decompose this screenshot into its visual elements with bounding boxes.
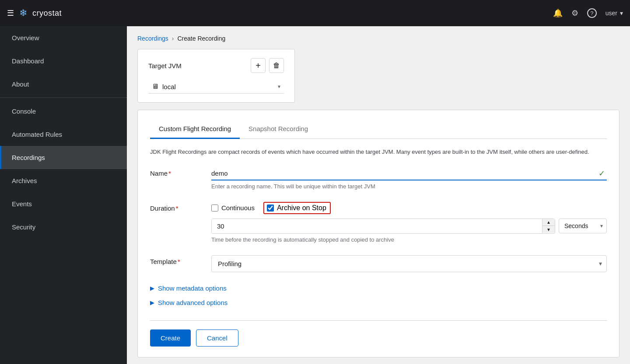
sidebar-item-overview[interactable]: Overview <box>0 26 127 49</box>
name-valid-icon: ✓ <box>598 169 605 178</box>
add-target-button[interactable]: + <box>251 58 266 73</box>
jvm-chevron-icon: ▾ <box>278 83 280 90</box>
sidebar-item-archives[interactable]: Archives <box>0 169 127 192</box>
gear-icon[interactable]: ⚙ <box>571 8 578 18</box>
metadata-chevron-icon: ▶ <box>150 285 154 291</box>
breadcrumb-current: Create Recording <box>178 35 226 42</box>
tab-snapshot-recording[interactable]: Snapshot Recording <box>240 121 317 139</box>
tab-custom-flight[interactable]: Custom Flight Recording <box>150 121 240 139</box>
username-label: user <box>606 10 617 17</box>
template-select-wrapper: Profiling Continuous Default ▾ <box>211 255 607 272</box>
breadcrumb-recordings-link[interactable]: Recordings <box>137 35 168 42</box>
continuous-label: Continuous <box>221 204 255 211</box>
show-metadata-options[interactable]: ▶ Show metadata options <box>150 284 607 292</box>
name-input[interactable] <box>211 167 607 180</box>
duration-spinners: ▲ ▼ <box>542 219 555 233</box>
continuous-checkbox[interactable] <box>211 205 218 211</box>
template-label: Template* <box>150 255 211 265</box>
brand-name: cryostat <box>32 9 62 18</box>
target-jvm-actions: + 🗑 <box>251 58 284 73</box>
main-layout: Overview Dashboard About Console Automat… <box>0 26 630 364</box>
duration-required-star: * <box>176 205 178 212</box>
delete-target-button[interactable]: 🗑 <box>269 58 284 73</box>
archive-on-stop-checkbox[interactable] <box>267 205 274 211</box>
cancel-button[interactable]: Cancel <box>196 329 238 347</box>
name-required-star: * <box>168 170 171 177</box>
recording-tabs: Custom Flight Recording Snapshot Recordi… <box>150 121 607 139</box>
continuous-checkbox-label[interactable]: Continuous <box>211 204 255 211</box>
navbar-right: 🔔 ⚙ ? user ▾ <box>553 8 623 18</box>
form-actions: Create Cancel <box>150 320 607 347</box>
duration-checkboxes: Continuous Archive on Stop <box>211 202 607 214</box>
sidebar-item-events[interactable]: Events <box>0 192 127 215</box>
top-navbar: ☰ ❄ cryostat 🔔 ⚙ ? user ▾ <box>0 0 630 26</box>
sidebar: Overview Dashboard About Console Automat… <box>0 26 127 364</box>
unit-select-wrapper: Seconds Minutes Hours ▾ <box>559 218 607 233</box>
sidebar-item-console[interactable]: Console <box>0 100 127 123</box>
hamburger-icon[interactable]: ☰ <box>7 8 14 18</box>
sidebar-divider-1 <box>0 97 127 98</box>
breadcrumb-separator: › <box>172 35 174 42</box>
form-description: JDK Flight Recordings are compact record… <box>150 148 607 156</box>
duration-increment-button[interactable]: ▲ <box>542 219 555 226</box>
archive-on-stop-label: Archive on Stop <box>277 204 326 212</box>
target-jvm-header: Target JVM + 🗑 <box>148 58 284 73</box>
duration-input[interactable] <box>212 219 542 233</box>
sidebar-item-about[interactable]: About <box>0 73 127 96</box>
target-jvm-label: Target JVM <box>148 62 182 69</box>
metadata-option-label: Show metadata options <box>158 284 227 292</box>
advanced-chevron-icon: ▶ <box>150 299 154 306</box>
help-icon[interactable]: ? <box>587 8 597 18</box>
sidebar-item-automated-rules[interactable]: Automated Rules <box>0 123 127 146</box>
name-field-content: ✓ Enter a recording name. This will be u… <box>211 167 607 190</box>
duration-decrement-button[interactable]: ▼ <box>542 226 555 233</box>
template-select[interactable]: Profiling Continuous Default <box>212 256 606 272</box>
template-field-content: Profiling Continuous Default ▾ <box>211 255 607 272</box>
bell-icon[interactable]: 🔔 <box>553 8 563 18</box>
name-label: Name* <box>150 167 211 177</box>
sidebar-item-security[interactable]: Security <box>0 215 127 239</box>
sidebar-item-recordings[interactable]: Recordings <box>0 146 127 169</box>
duration-field: Duration* Continuous Archive on Stop <box>150 202 607 243</box>
user-chevron-icon: ▾ <box>620 10 623 17</box>
unit-select[interactable]: Seconds Minutes Hours <box>563 219 603 233</box>
archive-on-stop-wrapper: Archive on Stop <box>263 202 331 214</box>
name-field: Name* ✓ Enter a recording name. This wil… <box>150 167 607 190</box>
template-required-star: * <box>178 258 180 265</box>
jvm-select[interactable]: local <box>162 83 278 90</box>
breadcrumb: Recordings › Create Recording <box>137 35 620 42</box>
name-hint: Enter a recording name. This will be uni… <box>211 183 607 190</box>
jvm-select-wrapper: 🖥 local ▾ <box>148 80 284 94</box>
navbar-left: ☰ ❄ cryostat <box>7 7 62 19</box>
sidebar-item-dashboard[interactable]: Dashboard <box>0 49 127 73</box>
target-jvm-card: Target JVM + 🗑 🖥 local ▾ <box>137 49 295 103</box>
create-button[interactable]: Create <box>150 329 191 347</box>
duration-label: Duration* <box>150 202 211 212</box>
duration-hint: Time before the recording is automatical… <box>211 236 607 243</box>
duration-field-content: Continuous Archive on Stop ▲ ▼ <box>211 202 607 243</box>
duration-input-row: ▲ ▼ Seconds Minutes Hours ▾ <box>211 218 607 234</box>
show-advanced-options[interactable]: ▶ Show advanced options <box>150 299 607 306</box>
content-area: Recordings › Create Recording Target JVM… <box>127 26 630 364</box>
jvm-server-icon: 🖥 <box>152 83 159 90</box>
duration-input-wrapper: ▲ ▼ <box>211 218 555 234</box>
user-menu-button[interactable]: user ▾ <box>606 10 623 17</box>
name-input-wrapper: ✓ <box>211 167 607 180</box>
logo-icon: ❄ <box>19 7 27 19</box>
recording-form-card: Custom Flight Recording Snapshot Recordi… <box>137 110 620 357</box>
template-field: Template* Profiling Continuous Default ▾ <box>150 255 607 272</box>
advanced-option-label: Show advanced options <box>158 299 228 306</box>
